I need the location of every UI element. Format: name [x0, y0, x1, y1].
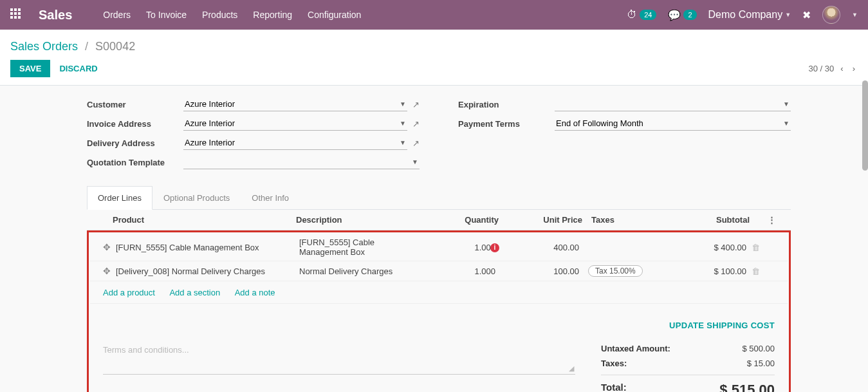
messaging-button[interactable]: 💬 2 — [668, 9, 696, 21]
add-product-link[interactable]: Add a product — [103, 288, 155, 297]
customer-input[interactable] — [185, 99, 400, 109]
col-quantity: Quantity — [421, 215, 499, 225]
column-options-icon[interactable]: ⋮ — [768, 215, 778, 225]
external-link-icon[interactable]: ↗ — [412, 100, 420, 109]
chat-badge: 2 — [683, 10, 696, 20]
breadcrumb-leaf: S00042 — [95, 40, 135, 53]
payment-terms-label: Payment Terms — [458, 119, 555, 129]
delivery-address-label: Delivery Address — [87, 138, 183, 148]
user-avatar[interactable] — [822, 6, 840, 24]
order-line-row[interactable]: ✥ [Delivery_008] Normal Delivery Charges… — [90, 261, 788, 281]
debug-icon[interactable]: ✖ — [802, 9, 811, 21]
nav-products[interactable]: Products — [202, 10, 237, 20]
pager: 30 / 30 ‹ › — [809, 61, 858, 76]
payment-terms-input[interactable] — [556, 118, 783, 128]
line-product[interactable]: [FURN_5555] Cable Management Box — [116, 243, 299, 252]
order-lines-highlighted: ✥ [FURN_5555] Cable Management Box [FURN… — [87, 230, 791, 392]
clock-icon: ⏱ — [627, 9, 637, 21]
discard-button[interactable]: DISCARD — [50, 60, 106, 77]
company-switcher[interactable]: Demo Company ▼ — [708, 9, 791, 21]
form-sheet: Customer ▼ ↗ Invoice Address ▼ ↗ Deliver… — [0, 86, 868, 392]
control-panel: Sales Orders / S00042 SAVE DISCARD 30 / … — [0, 30, 868, 86]
delivery-address-input[interactable] — [185, 138, 400, 147]
col-taxes: Taxes — [582, 215, 666, 225]
external-link-icon[interactable]: ↗ — [412, 138, 420, 148]
taxes-value: $ 15.00 — [747, 359, 775, 368]
col-product: Product — [113, 215, 296, 225]
tax-pill[interactable]: Tax 15.00% — [588, 265, 643, 277]
scrollbar[interactable] — [862, 80, 868, 171]
untaxed-value: $ 500.00 — [742, 344, 775, 353]
apps-icon[interactable] — [10, 8, 23, 21]
activity-button[interactable]: ⏱ 24 — [627, 9, 656, 21]
drag-handle-icon[interactable]: ✥ — [103, 266, 111, 276]
activity-badge: 24 — [640, 10, 656, 20]
nav-to-invoice[interactable]: To Invoice — [146, 10, 187, 20]
chevron-down-icon[interactable]: ▼ — [783, 100, 790, 107]
customer-label: Customer — [87, 100, 183, 109]
tab-other-info[interactable]: Other Info — [241, 186, 300, 209]
delete-line-icon[interactable]: 🗑 — [746, 243, 764, 252]
external-link-icon[interactable]: ↗ — [412, 119, 420, 129]
line-subtotal: $ 100.00 — [663, 266, 746, 276]
chevron-down-icon[interactable]: ▼ — [400, 139, 406, 146]
pager-next[interactable]: › — [850, 61, 858, 76]
chat-icon: 💬 — [668, 9, 681, 21]
delete-line-icon[interactable]: 🗑 — [746, 266, 764, 276]
terms-textarea[interactable]: Terms and conditions... ◢ — [103, 341, 575, 375]
pager-prev[interactable]: ‹ — [838, 61, 845, 76]
breadcrumb-sep: / — [85, 40, 88, 53]
chevron-down-icon[interactable]: ▼ — [400, 100, 406, 107]
drag-handle-icon[interactable]: ✥ — [103, 242, 111, 252]
grid-header: Product Description Quantity Unit Price … — [87, 210, 791, 230]
line-subtotal: $ 400.00 — [663, 243, 746, 252]
save-button[interactable]: SAVE — [10, 60, 50, 77]
tabs: Order Lines Optional Products Other Info — [87, 186, 791, 210]
chevron-down-icon: ▼ — [785, 12, 791, 18]
line-description[interactable]: [FURN_5555] Cable Management Box — [299, 238, 418, 257]
nav-menu: Orders To Invoice Products Reporting Con… — [103, 10, 627, 20]
nav-orders[interactable]: Orders — [103, 10, 131, 20]
template-input[interactable] — [185, 157, 412, 167]
untaxed-label: Untaxed Amount: — [601, 344, 670, 353]
chevron-down-icon[interactable]: ▼ — [400, 120, 406, 127]
resize-handle-icon[interactable]: ◢ — [569, 364, 574, 373]
col-subtotal: Subtotal — [666, 215, 750, 225]
chevron-down-icon[interactable]: ▼ — [852, 12, 858, 18]
expiration-input[interactable] — [556, 99, 783, 109]
line-product[interactable]: [Delivery_008] Normal Delivery Charges — [116, 266, 299, 276]
nav-configuration[interactable]: Configuration — [308, 10, 361, 20]
action-row: SAVE DISCARD 30 / 30 ‹ › — [10, 60, 858, 77]
tab-optional-products[interactable]: Optional Products — [152, 186, 241, 209]
add-section-link[interactable]: Add a section — [169, 288, 220, 297]
chevron-down-icon[interactable]: ▼ — [783, 120, 790, 127]
chevron-down-icon[interactable]: ▼ — [412, 158, 418, 165]
nav-right: ⏱ 24 💬 2 Demo Company ▼ ✖ ▼ — [627, 6, 858, 24]
invoice-address-label: Invoice Address — [87, 119, 183, 129]
total-label: Total: — [601, 382, 627, 392]
line-quantity[interactable]: 1.000 — [474, 266, 495, 276]
line-description[interactable]: Normal Delivery Charges — [299, 266, 418, 276]
warning-icon[interactable]: i — [490, 243, 499, 252]
col-description: Description — [296, 215, 421, 225]
line-price[interactable]: 400.00 — [495, 243, 579, 252]
nav-reporting[interactable]: Reporting — [253, 10, 292, 20]
breadcrumb-root[interactable]: Sales Orders — [10, 40, 78, 53]
totals-block: Untaxed Amount:$ 500.00 Taxes:$ 15.00 To… — [601, 341, 775, 392]
breadcrumb: Sales Orders / S00042 — [10, 35, 858, 60]
add-row: Add a product Add a section Add a note — [90, 281, 788, 304]
line-price[interactable]: 100.00 — [495, 266, 579, 276]
main-navbar: Sales Orders To Invoice Products Reporti… — [0, 0, 868, 30]
order-line-row[interactable]: ✥ [FURN_5555] Cable Management Box [FURN… — [90, 234, 788, 261]
update-shipping-link[interactable]: UPDATE SHIPPING COST — [669, 321, 775, 330]
total-value: $ 515.00 — [719, 382, 775, 392]
invoice-address-input[interactable] — [185, 118, 400, 128]
pager-count: 30 / 30 — [809, 64, 835, 73]
company-name: Demo Company — [708, 9, 783, 21]
expiration-label: Expiration — [458, 100, 555, 109]
taxes-label: Taxes: — [601, 359, 627, 368]
col-unit-price: Unit Price — [499, 215, 582, 225]
add-note-link[interactable]: Add a note — [235, 288, 275, 297]
app-brand[interactable]: Sales — [39, 8, 72, 23]
tab-order-lines[interactable]: Order Lines — [87, 186, 152, 210]
